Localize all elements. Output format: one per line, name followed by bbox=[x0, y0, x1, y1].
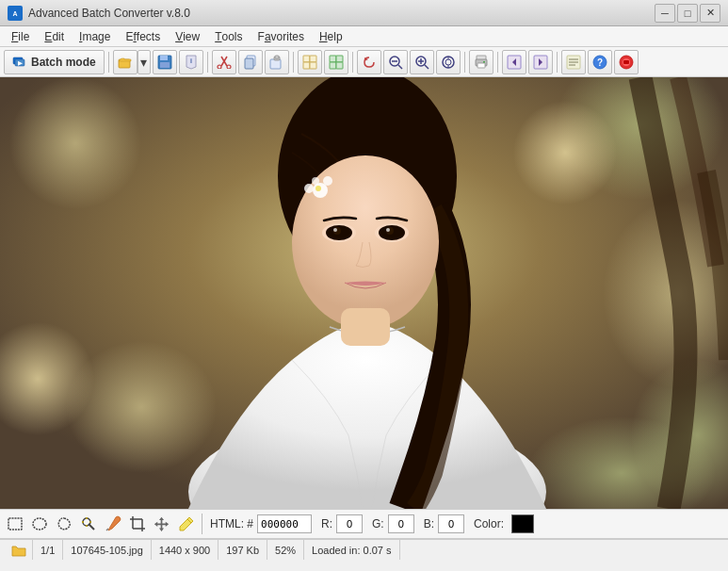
b-value-input[interactable] bbox=[438, 514, 464, 533]
menu-favorites[interactable]: Favorites bbox=[251, 26, 312, 46]
color-label-text: Color: bbox=[474, 517, 504, 530]
open-button[interactable] bbox=[113, 50, 138, 74]
svg-marker-95 bbox=[154, 517, 169, 531]
status-dimensions: 1440 x 900 bbox=[152, 540, 218, 560]
toolbar-separator-1 bbox=[108, 52, 109, 73]
svg-line-90 bbox=[106, 529, 108, 530]
svg-rect-18 bbox=[275, 56, 279, 58]
copy-button[interactable] bbox=[238, 50, 263, 74]
svg-point-81 bbox=[315, 186, 321, 191]
next-button[interactable] bbox=[528, 50, 553, 74]
toolbar-separator-4 bbox=[352, 52, 353, 73]
toolbar: ▶ Batch mode ▾ i bbox=[0, 47, 728, 77]
color-swatch bbox=[511, 514, 534, 533]
menu-view[interactable]: View bbox=[168, 26, 207, 46]
svg-text:A: A bbox=[12, 10, 17, 17]
g-value-input[interactable] bbox=[388, 514, 414, 533]
svg-line-30 bbox=[398, 65, 402, 69]
select-ellipse-button[interactable] bbox=[28, 513, 51, 535]
menu-file[interactable]: File bbox=[4, 26, 37, 46]
svg-point-13 bbox=[227, 65, 231, 69]
svg-point-76 bbox=[386, 228, 390, 232]
svg-rect-25 bbox=[330, 62, 336, 69]
paste2-button[interactable] bbox=[324, 50, 348, 74]
status-bar: 1/1 107645-105.jpg 1440 x 900 197 Kb 52%… bbox=[0, 539, 728, 560]
info-button[interactable]: i bbox=[179, 50, 203, 74]
menu-effects[interactable]: Effects bbox=[118, 26, 168, 46]
close-button[interactable]: ✕ bbox=[700, 4, 720, 23]
svg-rect-68 bbox=[341, 308, 390, 346]
paste-button[interactable] bbox=[265, 50, 289, 74]
save-button[interactable] bbox=[153, 50, 177, 74]
lasso-button[interactable] bbox=[53, 513, 75, 535]
g-label: G: bbox=[372, 517, 384, 530]
svg-point-57 bbox=[9, 77, 141, 209]
crop-button[interactable] bbox=[126, 513, 149, 535]
svg-rect-24 bbox=[336, 56, 343, 62]
status-page: 1/1 bbox=[33, 540, 63, 560]
toolbar-separator-6 bbox=[497, 52, 498, 73]
move-button[interactable] bbox=[151, 513, 173, 535]
svg-point-83 bbox=[33, 518, 46, 530]
pencil-button[interactable] bbox=[175, 513, 198, 535]
svg-point-12 bbox=[218, 65, 221, 69]
svg-rect-42 bbox=[483, 61, 485, 63]
zoom-fit-button[interactable] bbox=[436, 50, 461, 74]
svg-rect-22 bbox=[310, 62, 316, 69]
status-zoom: 52% bbox=[267, 540, 304, 560]
svg-text:▶: ▶ bbox=[18, 59, 23, 65]
status-filename: 107645-105.jpg bbox=[63, 540, 151, 560]
eyedropper-button[interactable] bbox=[102, 513, 124, 535]
status-filesize: 197 Kb bbox=[218, 540, 267, 560]
svg-point-78 bbox=[304, 184, 314, 193]
zoom-out-button[interactable] bbox=[383, 50, 408, 74]
svg-rect-23 bbox=[330, 56, 336, 62]
bottom-toolbar: HTML: # R: G: B: Color: bbox=[0, 509, 728, 539]
magic-wand-button[interactable] bbox=[77, 513, 100, 535]
svg-rect-26 bbox=[336, 62, 343, 69]
r-label: R: bbox=[321, 517, 332, 530]
svg-point-36 bbox=[445, 59, 451, 65]
menu-bar: File Edit Image Effects View Tools Favor… bbox=[0, 26, 728, 47]
print-button[interactable] bbox=[469, 50, 493, 74]
bottom-separator bbox=[202, 514, 202, 534]
svg-rect-41 bbox=[477, 63, 485, 68]
open-dropdown-button[interactable]: ▾ bbox=[138, 50, 151, 74]
svg-rect-82 bbox=[8, 518, 22, 530]
svg-rect-7 bbox=[160, 56, 168, 60]
help-button[interactable]: ? bbox=[588, 50, 612, 74]
minimize-button[interactable]: ─ bbox=[655, 4, 675, 23]
undo-button[interactable] bbox=[357, 50, 381, 74]
color-section: HTML: # R: G: B: Color: bbox=[210, 514, 534, 533]
batch-mode-button[interactable]: ▶ Batch mode bbox=[4, 50, 105, 74]
menu-tools[interactable]: Tools bbox=[207, 26, 250, 46]
app-icon: A bbox=[8, 6, 23, 21]
window-controls: ─ □ ✕ bbox=[655, 4, 720, 23]
zoom-in-button[interactable] bbox=[410, 50, 434, 74]
prev-button[interactable] bbox=[502, 50, 526, 74]
status-loaded: Loaded in: 0.07 s bbox=[304, 540, 399, 560]
svg-point-63 bbox=[66, 341, 217, 473]
image-area bbox=[0, 77, 728, 509]
title-bar: A Advanced Batch Converter v.8.0 ─ □ ✕ bbox=[0, 0, 728, 26]
props-button[interactable] bbox=[561, 50, 586, 74]
menu-edit[interactable]: Edit bbox=[37, 26, 72, 46]
menu-help[interactable]: Help bbox=[312, 26, 350, 46]
cut-button[interactable] bbox=[212, 50, 236, 74]
svg-point-85 bbox=[83, 518, 90, 526]
status-open[interactable] bbox=[6, 540, 33, 560]
maximize-button[interactable]: □ bbox=[677, 4, 698, 23]
copy2-button[interactable] bbox=[298, 50, 322, 74]
svg-rect-21 bbox=[303, 62, 310, 69]
stop-button[interactable] bbox=[614, 50, 639, 74]
batch-mode-label: Batch mode bbox=[31, 56, 96, 69]
svg-point-62 bbox=[513, 101, 617, 204]
r-value-input[interactable] bbox=[336, 514, 363, 533]
svg-point-79 bbox=[323, 176, 332, 186]
toolbar-separator-3 bbox=[293, 52, 294, 73]
html-label: HTML: # bbox=[210, 517, 253, 530]
html-value-input[interactable] bbox=[257, 514, 312, 533]
select-rect-button[interactable] bbox=[4, 513, 26, 535]
app-title: Advanced Batch Converter v.8.0 bbox=[28, 7, 190, 20]
menu-image[interactable]: Image bbox=[72, 26, 118, 46]
